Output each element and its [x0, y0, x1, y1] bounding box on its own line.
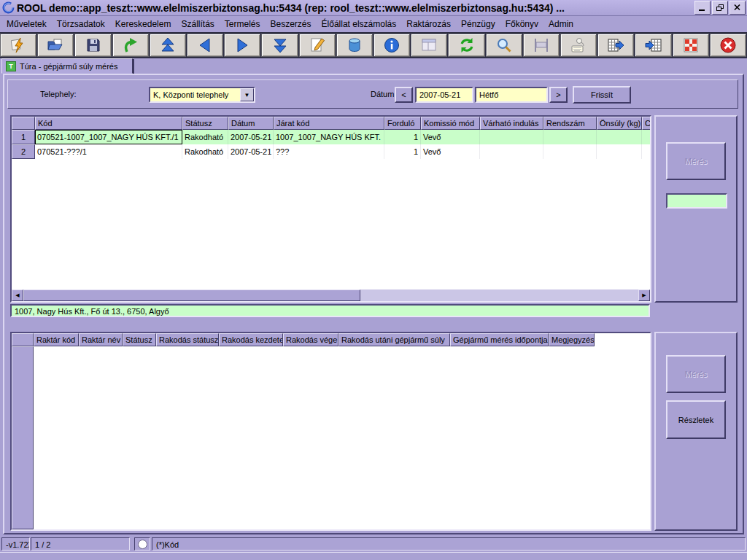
menu-bar: MűveletekTörzsadatokKereskedelemSzállítá… — [0, 16, 747, 32]
menu-item-kereskedelem[interactable]: Kereskedelem — [110, 17, 177, 31]
loading-meres-button[interactable]: Mérés — [666, 355, 726, 393]
table-export-toolbar-button[interactable] — [597, 34, 634, 57]
row-number-cell[interactable]: 1 — [12, 130, 35, 144]
title-bar: ROOL demo::app_teszt::www.elelmiszerbizt… — [0, 0, 747, 16]
ruler-icon — [533, 36, 550, 54]
undo-arrow-icon — [122, 36, 139, 54]
tours-table: KódStátuszDátumJárat kódFordulóKomissió … — [10, 115, 651, 303]
keyboard-toolbar-button[interactable] — [560, 34, 597, 57]
open-folder-toolbar-button[interactable] — [37, 34, 74, 57]
tours-side-panel: Mérés — [654, 115, 738, 303]
date-input[interactable]: 2007-05-21 — [415, 87, 473, 103]
filter-indicator[interactable] — [134, 537, 150, 551]
menu-item-beszerzes[interactable]: Beszerzés — [266, 17, 317, 31]
next-record-toolbar-button[interactable] — [224, 34, 260, 57]
tours-table-row-1[interactable]: 1070521-1007_1007_NAGY HÚS KFT./1Rakodha… — [12, 130, 650, 144]
status-bar: -v1.72X 1 / 2 (*)Kód — [0, 536, 747, 552]
cell-c — [642, 130, 651, 144]
loading-side-panel: Mérés Részletek — [654, 332, 738, 531]
cell-rendszam — [543, 144, 597, 159]
refresh-icon — [458, 36, 476, 54]
column-header-datum[interactable]: Dátum — [228, 117, 274, 130]
cancel-toolbar-button[interactable] — [710, 34, 746, 57]
tours-table-hscrollbar[interactable]: ◀ ▶ — [12, 289, 650, 301]
telephely-value: K, Központi telephely — [150, 88, 240, 101]
last-record-toolbar-button[interactable] — [261, 34, 298, 57]
minimize-button[interactable] — [694, 1, 711, 15]
hscroll-left-arrow-icon[interactable]: ◀ — [12, 289, 23, 301]
menu-item-torzsadatok[interactable]: Törzsadatok — [52, 17, 110, 31]
cell-varhato-indulas — [480, 144, 543, 159]
menu-item-fokonyv[interactable]: Főkönyv — [500, 17, 543, 31]
cell-komissio-mod: Vevő — [421, 144, 480, 159]
column-header-fordulo[interactable]: Forduló — [384, 117, 421, 130]
column-header-raktar-kod[interactable]: Raktár kód — [34, 333, 79, 346]
info-toolbar-button[interactable] — [374, 34, 410, 57]
menu-item-eloallat-elszamolas[interactable]: Élőállat elszámolás — [317, 17, 402, 31]
telephely-label: Telephely: — [40, 90, 77, 98]
minimize-icon — [699, 4, 706, 11]
hscroll-track[interactable] — [360, 289, 638, 301]
day-input[interactable]: Hétfő — [475, 87, 548, 103]
ruler-toolbar-button[interactable] — [523, 34, 560, 57]
menu-item-szallitas[interactable]: Szállítás — [176, 17, 219, 31]
column-header-megjegyzes[interactable]: Megjegyzés — [549, 333, 595, 346]
column-header-c[interactable]: C — [642, 117, 651, 130]
cell-datum: 2007-05-21 — [228, 144, 274, 159]
database-toolbar-button[interactable] — [336, 34, 373, 57]
row-number-header — [12, 333, 34, 346]
table-import-toolbar-button[interactable] — [635, 34, 671, 57]
restore-button[interactable] — [712, 1, 728, 15]
column-header-rakodas-statusz[interactable]: Rakodás státusz — [156, 333, 219, 346]
first-record-toolbar-button[interactable] — [150, 34, 186, 57]
menu-item-raktarozas[interactable]: Raktározás — [401, 17, 456, 31]
info-icon — [383, 36, 400, 54]
reszletek-button[interactable]: Részletek — [666, 400, 726, 439]
menu-item-muveletek[interactable]: Műveletek — [1, 17, 52, 31]
refresh-toolbar-button[interactable] — [448, 34, 484, 57]
column-header-kod[interactable]: Kód — [35, 117, 182, 130]
chevron-down-icon[interactable]: ▼ — [240, 88, 254, 101]
save-toolbar-button[interactable] — [74, 34, 111, 57]
column-header-komissio-mod[interactable]: Komissió mód — [421, 117, 480, 130]
column-header-rakodas-vege[interactable]: Rakodás vége — [283, 333, 338, 346]
column-header-statusz[interactable]: Státusz — [182, 117, 228, 130]
flash-toolbar-button[interactable] — [0, 34, 36, 57]
column-header-jarat-kod[interactable]: Járat kód — [274, 117, 384, 130]
column-header-varhato-indulas[interactable]: Várható indulás — [480, 117, 543, 130]
column-header-gepjarmu-meres-idopontja[interactable]: Gépjármű mérés időpontja — [450, 333, 549, 346]
window-controls — [694, 1, 746, 15]
window-layout-toolbar-button[interactable] — [411, 34, 447, 57]
search-toolbar-button[interactable] — [486, 34, 522, 57]
database-icon — [346, 36, 363, 54]
telephely-select[interactable]: K, Központi telephely ▼ — [149, 87, 255, 103]
date-prev-button[interactable]: < — [395, 87, 413, 103]
menu-item-penzugy[interactable]: Pénzügy — [456, 17, 500, 31]
cell-datum: 2007-05-21 — [228, 130, 274, 144]
hscroll-thumb[interactable] — [23, 289, 360, 301]
undo-arrow-toolbar-button[interactable] — [112, 34, 149, 57]
table-export-icon — [607, 36, 624, 54]
column-header-rendszam[interactable]: Rendszám — [543, 117, 597, 130]
tab-tura-gepjarmu-suly-meres[interactable]: T Túra - gépjármű súly mérés — [1, 58, 133, 74]
close-button[interactable] — [729, 1, 746, 15]
hscroll-right-arrow-icon[interactable]: ▶ — [638, 289, 650, 301]
edit-toolbar-button[interactable] — [299, 34, 336, 57]
row-number-cell[interactable]: 2 — [12, 144, 35, 159]
weight-display-field[interactable] — [666, 193, 727, 209]
grid-center-toolbar-button[interactable] — [673, 34, 709, 57]
refresh-button[interactable]: Frissít — [573, 86, 631, 104]
tours-meres-button[interactable]: Mérés — [666, 142, 726, 180]
menu-item-termeles[interactable]: Termelés — [220, 17, 266, 31]
column-header-rakodas-utani-gepjarmu-suly[interactable]: Rakodás utáni gépjármű súly — [338, 333, 450, 346]
column-header-rakodas-kezdete[interactable]: Rakodás kezdete — [219, 333, 283, 346]
column-header-raktar-nev[interactable]: Raktár név — [79, 333, 123, 346]
menu-item-admin[interactable]: Admin — [543, 17, 578, 31]
tours-table-row-2[interactable]: 2070521-???/1Rakodható2007-05-21???1Vevő — [12, 144, 650, 159]
column-header-onsuly-kg[interactable]: Önsúly (kg) — [597, 117, 642, 130]
previous-record-toolbar-button[interactable] — [187, 34, 223, 57]
column-header-statusz[interactable]: Státusz — [123, 333, 156, 346]
edit-icon — [309, 36, 326, 54]
main-panel: Telephely: K, Központi telephely ▼ Dátum… — [3, 74, 744, 534]
date-next-button[interactable]: > — [549, 87, 568, 103]
